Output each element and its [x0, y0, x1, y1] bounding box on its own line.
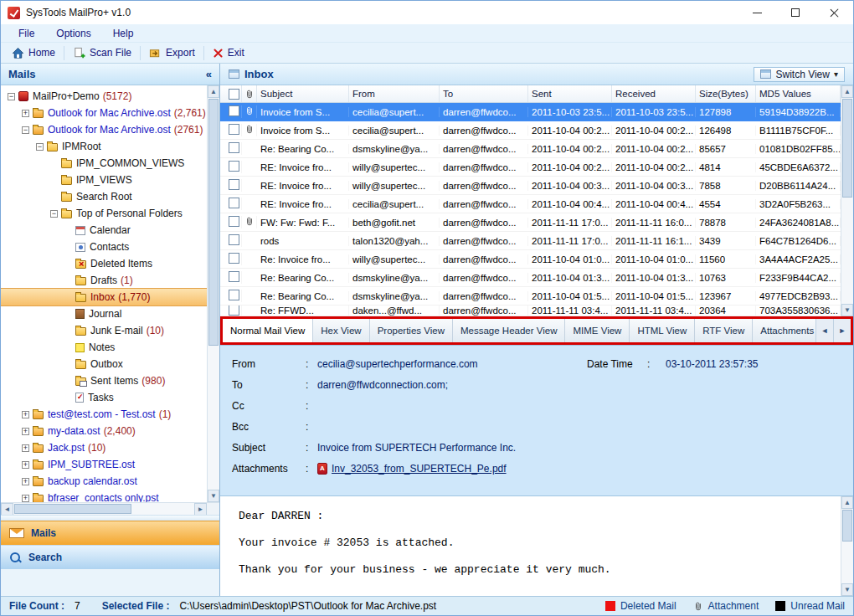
row-checkbox[interactable] [229, 290, 239, 300]
tab-message-header-view[interactable]: Message Header View [453, 319, 566, 342]
tree-item-drafts[interactable]: Drafts(1) [1, 272, 207, 289]
expand-expander-icon[interactable]: + [22, 428, 29, 435]
column-header-to[interactable]: To [440, 85, 528, 102]
row-checkbox[interactable] [229, 305, 239, 316]
tree-item-mailpro-demo[interactable]: −MailPro+Demo(5172) [1, 88, 207, 105]
tree-horizontal-scrollbar[interactable]: ◄ ► [1, 502, 219, 515]
tree-item-jack-pst[interactable]: +Jack.pst(10) [1, 439, 207, 456]
panel-splitter[interactable] [1, 515, 219, 521]
tree-item-junk-e-mail[interactable]: Junk E-mail(10) [1, 322, 207, 339]
column-header-attachment[interactable] [242, 85, 257, 102]
mail-row[interactable]: Re: Bearing Co...dsmskyline@ya...darren@… [220, 140, 841, 158]
expand-expander-icon[interactable]: + [22, 461, 29, 469]
column-header-size-bytes[interactable]: Size(Bytes) [696, 85, 756, 102]
expand-expander-icon[interactable]: + [22, 478, 29, 485]
mail-row[interactable]: Re: Invoice fro...willy@supertec...darre… [220, 250, 841, 269]
collapse-expander-icon[interactable]: − [22, 126, 29, 134]
mail-row[interactable]: RE: Invoice fro...willy@supertec...darre… [220, 158, 841, 177]
tree-item-journal[interactable]: Journal [1, 305, 207, 322]
tab-properties-view[interactable]: Properties View [370, 319, 453, 342]
mail-row[interactable]: Invoice from S...cecilia@supert...darren… [220, 103, 841, 121]
row-checkbox[interactable] [229, 234, 239, 245]
body-scroll-track[interactable] [841, 542, 853, 583]
column-header-select[interactable] [220, 85, 242, 102]
tree-item-calendar[interactable]: Calendar [1, 222, 207, 239]
expand-expander-icon[interactable]: + [22, 495, 29, 502]
menu-item-help[interactable]: Help [102, 28, 145, 39]
row-checkbox[interactable] [229, 142, 239, 153]
tree-scroll-right-button[interactable]: ► [194, 503, 207, 516]
tree-item-ipm-common-views[interactable]: IPM_COMMON_VIEWS [1, 155, 207, 172]
collapse-expander-icon[interactable]: − [36, 143, 44, 151]
mail-row[interactable]: RE: Invoice fro...willy@supertec...darre… [220, 177, 841, 195]
tree-item-test-test-com-test-ost[interactable]: +test@test.com - Test.ost(1) [1, 406, 207, 423]
column-header-subject[interactable]: Subject [257, 85, 349, 102]
tree-item-ipmroot[interactable]: −IPMRoot [1, 138, 207, 155]
tree-scroll-thumb[interactable] [208, 99, 219, 346]
tree-item-contacts[interactable]: Contacts [1, 239, 207, 255]
column-header-received[interactable]: Received [612, 85, 696, 102]
tree-item-outlook-for-mac-archive-ost[interactable]: −Outlook for Mac Archive.ost(2761) [1, 121, 207, 138]
tree-item-deleted-items[interactable]: Deleted Items [1, 255, 207, 272]
mail-row[interactable]: Invoice from S...cecilia@supert...darren… [220, 121, 841, 140]
tree-item-notes[interactable]: Notes [1, 339, 207, 356]
table-scroll-down-button[interactable]: ▼ [841, 304, 853, 316]
scan-file-button[interactable]: Scan File [65, 46, 139, 60]
export-button[interactable]: Export [141, 46, 203, 60]
tab-mime-view[interactable]: MIME View [565, 319, 630, 342]
tree-scroll-down-button[interactable]: ▼ [208, 490, 219, 502]
switch-view-dropdown[interactable]: Switch View ▾ [754, 67, 845, 82]
row-checkbox[interactable] [229, 253, 239, 264]
tree-item-search-root[interactable]: Search Root [1, 188, 207, 205]
nav-mails-button[interactable]: Mails [1, 521, 219, 545]
minimize-button[interactable] [738, 1, 776, 24]
mail-row[interactable]: Re: Bearing Co...dsmskyline@ya...darren@… [220, 269, 841, 287]
tree-item-bfraser-contacts-only-pst[interactable]: +bfraser_contacts only.pst [1, 490, 207, 502]
collapse-expander-icon[interactable]: − [8, 93, 15, 100]
menu-item-file[interactable]: File [8, 28, 45, 39]
exit-button[interactable]: Exit [205, 46, 252, 59]
row-checkbox[interactable] [229, 179, 239, 190]
expand-expander-icon[interactable]: + [22, 444, 29, 452]
mail-row[interactable]: Re: Bearing Co...dsmskyline@ya...darren@… [220, 287, 841, 305]
menu-item-options[interactable]: Options [45, 28, 101, 39]
body-scroll-down-button[interactable]: ▼ [841, 583, 853, 596]
tree-vertical-scrollbar[interactable]: ▲ ▼ [207, 85, 219, 502]
attachment-link[interactable]: Inv_32053_from_SUPERTECH_Pe.pdf [332, 463, 507, 475]
column-header-md5-values[interactable]: MD5 Values [756, 85, 841, 102]
row-checkbox[interactable] [229, 271, 239, 282]
tree-item-ipm-views[interactable]: IPM_VIEWS [1, 172, 207, 188]
tree-scroll-left-button[interactable]: ◄ [1, 503, 13, 516]
tab-hex-view[interactable]: Hex View [313, 319, 369, 342]
tree-item-my-data-ost[interactable]: +my-data.ost(2,400) [1, 423, 207, 439]
expand-expander-icon[interactable]: + [22, 110, 29, 117]
close-button[interactable] [815, 1, 853, 24]
maximize-button[interactable] [776, 1, 815, 24]
table-scroll-track[interactable] [841, 198, 853, 304]
tab-scroll-left-button[interactable]: ◄ [815, 319, 833, 342]
nav-search-button[interactable]: Search [1, 545, 219, 569]
mail-row[interactable]: rodstalon1320@yah...darren@ffwdco...2011… [220, 232, 841, 250]
tree-hscroll-thumb[interactable] [14, 504, 131, 514]
mail-row[interactable]: RE: Invoice fro...cecilia@supert...darre… [220, 195, 841, 213]
tree-scroll-track[interactable] [208, 346, 219, 490]
tree-scroll-up-button[interactable]: ▲ [208, 85, 219, 98]
expand-expander-icon[interactable]: + [22, 411, 29, 418]
tree-hscroll-track[interactable] [132, 503, 194, 515]
row-checkbox[interactable] [229, 198, 239, 208]
row-checkbox[interactable] [229, 105, 239, 116]
collapse-panel-icon[interactable]: « [206, 68, 212, 80]
select-all-checkbox[interactable] [229, 89, 239, 100]
column-header-sent[interactable]: Sent [528, 85, 612, 102]
mail-row[interactable]: Re: FFWD...daken...@ffwd...darren@ffwdco… [220, 305, 841, 316]
body-vertical-scrollbar[interactable]: ▲ ▼ [841, 496, 853, 596]
tree-item-sent-items[interactable]: Sent Items(980) [1, 372, 207, 389]
tree-item-outbox[interactable]: Outbox [1, 356, 207, 372]
table-vertical-scrollbar[interactable]: ▲ ▼ [841, 85, 853, 316]
body-scroll-up-button[interactable]: ▲ [841, 496, 853, 509]
body-scroll-thumb[interactable] [842, 510, 852, 542]
tree-item-inbox[interactable]: Inbox(1,770) [1, 289, 207, 305]
collapse-expander-icon[interactable]: − [50, 210, 58, 218]
home-button[interactable]: Home [4, 46, 63, 60]
tab-attachments[interactable]: Attachments [753, 319, 822, 342]
